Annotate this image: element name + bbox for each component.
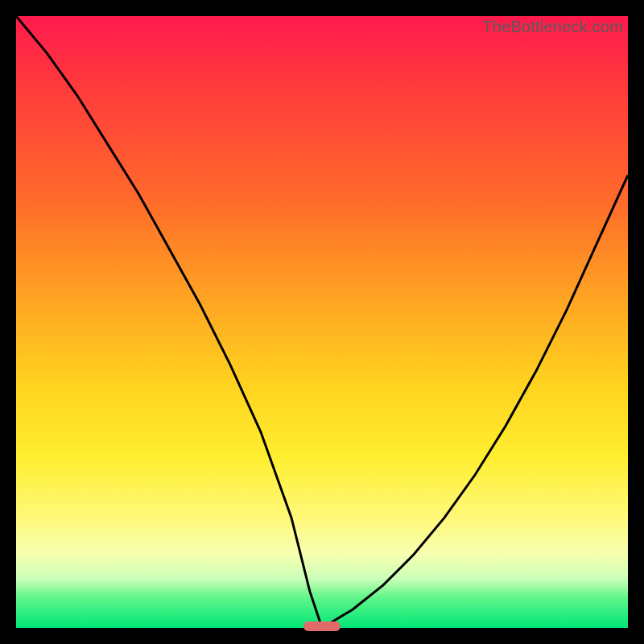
bottleneck-curve xyxy=(16,16,628,628)
chart-frame: TheBottleneck.com xyxy=(16,16,628,628)
curve-path xyxy=(16,16,628,628)
watermark-text: TheBottleneck.com xyxy=(482,18,623,36)
minimum-marker xyxy=(303,621,341,631)
